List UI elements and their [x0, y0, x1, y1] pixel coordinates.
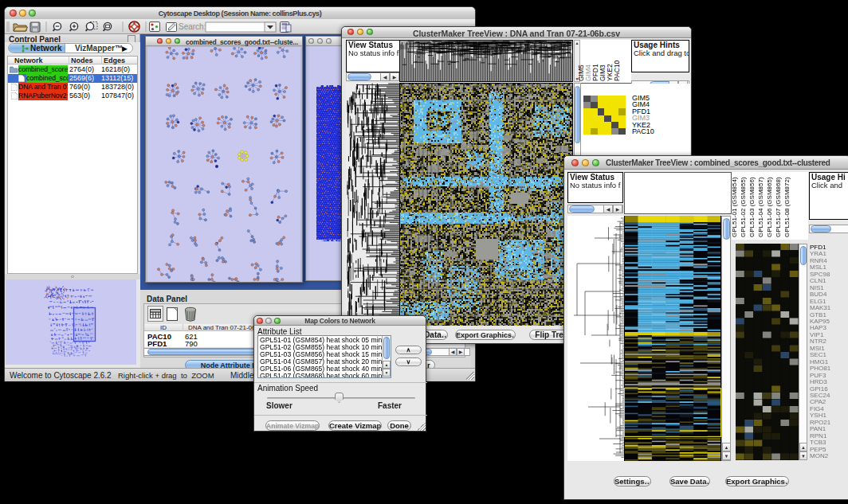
svg-text:Search:: Search:: [179, 22, 206, 31]
